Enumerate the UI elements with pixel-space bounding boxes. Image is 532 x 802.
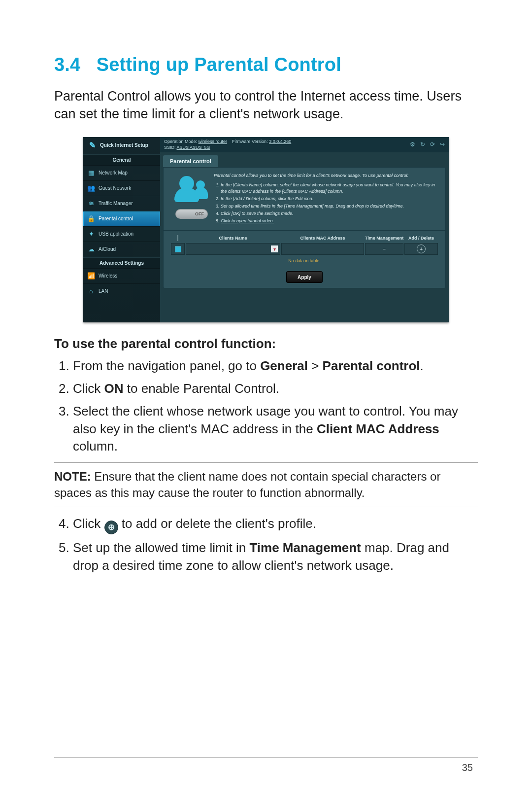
col-clients-name: Clients Name bbox=[185, 234, 281, 243]
step-4: Click ⊕ to add or delete the client's pr… bbox=[73, 515, 478, 534]
section-heading: 3.4 Setting up Parental Control bbox=[54, 54, 478, 75]
step-1: From the navigation panel, go to General… bbox=[73, 357, 478, 375]
router-main: Operation Mode: wireless router Firmware… bbox=[160, 137, 449, 322]
help-steps-list: In the [Clients Name] column, select the… bbox=[221, 182, 440, 224]
logout-icon[interactable]: ↪ bbox=[440, 141, 445, 148]
clients-table: Clients Name Clients MAC Address Time Ma… bbox=[164, 230, 445, 268]
wand-icon: ✎ bbox=[87, 140, 97, 150]
col-mac-address: Clients MAC Address bbox=[281, 234, 365, 243]
apply-button[interactable]: Apply bbox=[286, 271, 323, 283]
select-all-checkbox[interactable] bbox=[177, 235, 178, 241]
note-block: NOTE: Ensure that the client name does n… bbox=[54, 462, 478, 507]
sidebar-item-label: Guest Network bbox=[99, 185, 131, 191]
step-3: Select the client whose network usage yo… bbox=[73, 403, 478, 456]
sidebar-item-lan[interactable]: ⌂LAN bbox=[83, 284, 160, 299]
lock-icon: 🔒 bbox=[87, 215, 95, 223]
manual-page: 3.4 Setting up Parental Control Parental… bbox=[0, 0, 532, 802]
globe-icon[interactable]: ⚙ bbox=[410, 141, 415, 148]
sidebar-item-aicloud[interactable]: ☁AiCloud bbox=[83, 242, 160, 257]
panel-help-row: OFF Parental control allows you to set t… bbox=[164, 168, 445, 230]
ssid-label: SSID: bbox=[164, 145, 176, 150]
tutorial-video-link[interactable]: Click to open tutorial video. bbox=[221, 218, 274, 223]
cloud-icon: ☁ bbox=[87, 245, 95, 253]
refresh-icon[interactable]: ↻ bbox=[420, 141, 425, 148]
row-checkbox[interactable] bbox=[175, 246, 181, 252]
help-step: Click to open tutorial video. bbox=[221, 218, 440, 224]
network-map-icon: ▦ bbox=[87, 169, 95, 177]
footer-rule bbox=[54, 757, 478, 758]
sidebar-group-general: General bbox=[83, 154, 160, 166]
col-add-delete: Add / Delete bbox=[404, 234, 438, 243]
intro-paragraph: Parental Control allows you to control t… bbox=[54, 87, 478, 123]
toggle-label: OFF bbox=[195, 211, 204, 216]
home-icon: ⌂ bbox=[87, 287, 95, 295]
inline-add-icon: ⊕ bbox=[104, 521, 118, 534]
router-sidebar: ✎ Quick Internet Setup General ▦Network … bbox=[83, 137, 160, 322]
help-text: Parental control allows you to set the t… bbox=[214, 173, 440, 225]
guest-network-icon: 👥 bbox=[87, 184, 95, 192]
sidebar-group-advanced: Advanced Settings bbox=[83, 257, 160, 269]
qis-label: Quick Internet Setup bbox=[100, 142, 148, 148]
fw-value[interactable]: 3.0.0.4.260 bbox=[269, 139, 291, 144]
help-step: Set up allowed time limits in the [Time … bbox=[221, 203, 440, 209]
mac-input[interactable] bbox=[281, 243, 364, 255]
sidebar-item-label: Parental control bbox=[99, 216, 133, 221]
help-step: Click [OK] to save the settings made. bbox=[221, 210, 440, 217]
page-number: 35 bbox=[462, 762, 473, 773]
sidebar-item-traffic-manager[interactable]: ≋Traffic Manager bbox=[83, 196, 160, 211]
sidebar-item-wireless[interactable]: 📶Wireless bbox=[83, 269, 160, 284]
traffic-manager-icon: ≋ bbox=[87, 200, 95, 208]
router-screenshot: ✎ Quick Internet Setup General ▦Network … bbox=[83, 137, 449, 322]
table-input-row: ▾ – + bbox=[170, 243, 438, 255]
sidebar-item-parental-control[interactable]: 🔒Parental control bbox=[83, 211, 160, 227]
parental-control-toggle[interactable]: OFF bbox=[175, 209, 208, 219]
fw-label: Firmware Version: bbox=[232, 139, 268, 144]
router-topbar: Operation Mode: wireless router Firmware… bbox=[160, 137, 449, 152]
sidebar-item-usb-application[interactable]: ✦USB application bbox=[83, 227, 160, 242]
sidebar-item-label: Network Map bbox=[99, 170, 128, 175]
panel-left-col: OFF bbox=[168, 173, 208, 225]
op-mode-value[interactable]: wireless router bbox=[199, 139, 228, 144]
note-label: NOTE: bbox=[54, 470, 91, 483]
section-number: 3.4 bbox=[54, 54, 80, 75]
client-name-dropdown[interactable]: ▾ bbox=[271, 245, 278, 252]
topbar-icons: ⚙ ↻ ⟳ ↪ bbox=[410, 141, 445, 148]
table-header-row: Clients Name Clients MAC Address Time Ma… bbox=[170, 234, 438, 243]
table-empty-message: No data in table. bbox=[170, 255, 438, 266]
subheading: To use the parental control function: bbox=[54, 336, 478, 351]
help-step: In the [Add / Delete] column, click the … bbox=[221, 196, 440, 202]
note-text: Ensure that the client name does not con… bbox=[54, 470, 440, 499]
family-icon bbox=[172, 174, 208, 204]
tab-parental-control[interactable]: Parental control bbox=[163, 155, 218, 167]
op-mode-label: Operation Mode: bbox=[164, 139, 197, 144]
sidebar-item-label: Wireless bbox=[99, 273, 117, 279]
apply-label: Apply bbox=[298, 275, 311, 280]
ssid-value: ASUS ASUS_5G bbox=[177, 145, 210, 150]
sidebar-item-label: AiCloud bbox=[99, 246, 116, 252]
wifi-icon: 📶 bbox=[87, 272, 95, 280]
help-intro: Parental control allows you to set the t… bbox=[214, 173, 440, 179]
panel-parental-control: OFF Parental control allows you to set t… bbox=[163, 167, 446, 288]
quick-internet-setup[interactable]: ✎ Quick Internet Setup bbox=[83, 137, 160, 154]
col-time-management: Time Management bbox=[365, 234, 404, 243]
sidebar-item-label: USB application bbox=[99, 231, 133, 237]
add-client-button[interactable]: + bbox=[417, 244, 426, 253]
reboot-icon[interactable]: ⟳ bbox=[430, 141, 435, 148]
usb-icon: ✦ bbox=[87, 230, 95, 238]
sidebar-item-guest-network[interactable]: 👥Guest Network bbox=[83, 181, 160, 196]
topbar-info: Operation Mode: wireless router Firmware… bbox=[164, 139, 291, 150]
sidebar-item-label: LAN bbox=[99, 288, 108, 294]
steps-list-2: Click ⊕ to add or delete the client's pr… bbox=[56, 515, 478, 574]
section-title-text: Setting up Parental Control bbox=[97, 54, 341, 75]
steps-list-1: From the navigation panel, go to General… bbox=[56, 357, 478, 455]
help-step: In the [Clients Name] column, select the… bbox=[221, 182, 440, 195]
step-5: Set up the allowed time limit in Time Ma… bbox=[73, 539, 478, 575]
sidebar-item-label: Traffic Manager bbox=[99, 201, 133, 206]
step-2: Click ON to enable Parental Control. bbox=[73, 380, 478, 398]
sidebar-item-network-map[interactable]: ▦Network Map bbox=[83, 166, 160, 181]
time-management-cell: – bbox=[365, 243, 403, 255]
